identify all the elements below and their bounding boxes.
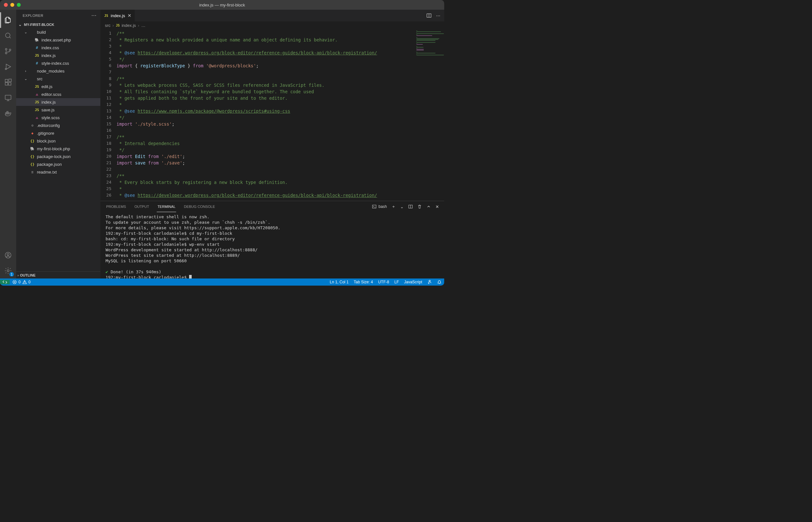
- activity-remote-explorer[interactable]: [0, 90, 16, 105]
- line-numbers: 1234567891011121314151617181920212223242…: [100, 29, 117, 201]
- chevron-right-icon: ›: [138, 23, 139, 28]
- json-icon: {}: [30, 155, 35, 159]
- close-panel-button[interactable]: ✕: [435, 204, 439, 209]
- status-encoding[interactable]: UTF-8: [375, 280, 392, 284]
- minimap[interactable]: [415, 29, 444, 201]
- editor-more-button[interactable]: ⋯: [436, 13, 440, 18]
- maximize-panel-button[interactable]: [426, 204, 431, 209]
- tree-file[interactable]: ஃstyle.scss: [16, 114, 100, 121]
- js-icon: JS: [116, 24, 120, 27]
- json-icon: {}: [30, 139, 35, 143]
- tree-file[interactable]: 🐘index.asset.php: [16, 36, 100, 44]
- panel-tab-terminal[interactable]: TERMINAL: [157, 201, 176, 212]
- tree-folder[interactable]: ›node_modules: [16, 67, 100, 75]
- tree-file[interactable]: #index.css: [16, 44, 100, 52]
- tree-item-label: .gitignore: [37, 131, 54, 136]
- status-feedback[interactable]: [425, 280, 434, 284]
- window-title: index.js — my-first-block: [0, 3, 444, 7]
- sidebar-header: EXPLORER ⋯: [16, 10, 100, 21]
- breadcrumb-file[interactable]: index.js: [122, 23, 136, 28]
- tree-file[interactable]: JSindex.js: [16, 52, 100, 59]
- panel-tab-debug[interactable]: DEBUG CONSOLE: [183, 201, 216, 212]
- code-area[interactable]: /** * Registers a new block provided a u…: [117, 29, 415, 201]
- terminal-icon: [372, 204, 377, 209]
- terminal-shell-selector[interactable]: bash: [372, 204, 387, 209]
- chevron-up-icon: [426, 204, 431, 209]
- tree-item-label: readme.txt: [37, 170, 57, 175]
- tree-file[interactable]: ஃeditor.scss: [16, 91, 100, 98]
- tree-folder[interactable]: ⌄build: [16, 28, 100, 36]
- breadcrumb[interactable]: src › JS index.js › …: [100, 21, 444, 29]
- tree-file[interactable]: 🐘my-first-block.php: [16, 145, 100, 153]
- svg-point-2: [5, 53, 7, 54]
- split-editor-button[interactable]: [426, 13, 431, 18]
- outline-section[interactable]: › OUTLINE: [16, 272, 100, 279]
- tree-file[interactable]: {}package-lock.json: [16, 153, 100, 160]
- activity-explorer[interactable]: [0, 12, 16, 28]
- tab-close-button[interactable]: ✕: [127, 13, 131, 18]
- status-notifications[interactable]: [434, 280, 444, 284]
- terminal-dropdown-button[interactable]: ⌄: [400, 204, 404, 209]
- kill-terminal-button[interactable]: [417, 204, 422, 209]
- sidebar-more-button[interactable]: ⋯: [91, 12, 97, 18]
- js-icon: JS: [104, 14, 108, 18]
- panel-tab-problems[interactable]: PROBLEMS: [105, 201, 127, 212]
- tree-file[interactable]: {}package.json: [16, 160, 100, 168]
- tree-file[interactable]: ⚙.editorconfig: [16, 121, 100, 129]
- activity-settings[interactable]: 1: [0, 263, 16, 279]
- status-language[interactable]: JavaScript: [402, 280, 425, 284]
- tree-file[interactable]: JSindex.js: [16, 98, 100, 106]
- breadcrumb-symbol[interactable]: …: [141, 23, 145, 28]
- js-icon: JS: [34, 100, 40, 104]
- window-minimize-button[interactable]: [11, 3, 14, 7]
- status-errors[interactable]: 0 0: [10, 280, 33, 284]
- chevron-right-icon: ›: [18, 273, 19, 277]
- status-cursor-position[interactable]: Ln 1, Col 1: [327, 280, 351, 284]
- window-close-button[interactable]: [4, 3, 8, 7]
- tree-file[interactable]: #style-index.css: [16, 59, 100, 67]
- panel-tab-output[interactable]: OUTPUT: [134, 201, 149, 212]
- project-root[interactable]: ⌄ MY-FIRST-BLOCK: [16, 21, 100, 28]
- terminal-output[interactable]: The default interactive shell is now zsh…: [100, 212, 444, 279]
- tree-item-label: block.json: [37, 139, 56, 143]
- php-icon: 🐘: [34, 38, 40, 42]
- js-icon: JS: [34, 108, 40, 112]
- activity-accounts[interactable]: [0, 247, 16, 263]
- tree-item-label: src: [37, 76, 42, 81]
- split-icon: [426, 13, 431, 18]
- tree-folder[interactable]: ⌄src: [16, 75, 100, 83]
- activity-search[interactable]: [0, 28, 16, 43]
- tree-file[interactable]: JSedit.js: [16, 83, 100, 91]
- status-indentation[interactable]: Tab Size: 4: [351, 280, 375, 284]
- status-eol[interactable]: LF: [392, 280, 402, 284]
- extensions-icon: [4, 78, 12, 86]
- sidebar: EXPLORER ⋯ ⌄ MY-FIRST-BLOCK ⌄build🐘index…: [16, 10, 100, 279]
- project-name: MY-FIRST-BLOCK: [24, 23, 54, 26]
- activity-source-control[interactable]: [0, 43, 16, 59]
- tree-file[interactable]: ◆.gitignore: [16, 129, 100, 137]
- panel-actions: bash ＋ ⌄ ✕: [372, 204, 439, 209]
- split-terminal-button[interactable]: [408, 204, 413, 209]
- editor-body[interactable]: 1234567891011121314151617181920212223242…: [100, 29, 444, 201]
- breadcrumb-folder[interactable]: src: [105, 23, 110, 28]
- tree-file[interactable]: JSsave.js: [16, 106, 100, 114]
- activity-run-debug[interactable]: [0, 59, 16, 75]
- php-icon: 🐘: [30, 147, 35, 151]
- window-maximize-button[interactable]: [17, 3, 21, 7]
- tree-item-label: .editorconfig: [37, 123, 60, 128]
- activity-extensions[interactable]: [0, 75, 16, 90]
- tree-file[interactable]: {}block.json: [16, 137, 100, 145]
- titlebar: index.js — my-first-block: [0, 0, 444, 10]
- new-terminal-button[interactable]: ＋: [391, 204, 395, 209]
- svg-rect-13: [7, 112, 8, 113]
- status-remote[interactable]: [0, 280, 10, 284]
- search-icon: [4, 32, 12, 40]
- svg-rect-8: [9, 79, 11, 82]
- tree-file[interactable]: ≡readme.txt: [16, 168, 100, 176]
- tree-item-label: style-index.css: [41, 61, 69, 66]
- chevron-down-icon: ⌄: [23, 77, 28, 81]
- svg-rect-9: [5, 95, 11, 99]
- activity-docker[interactable]: [0, 105, 16, 121]
- tab-index-js[interactable]: JS index.js ✕: [100, 10, 135, 21]
- chevron-down-icon: ⌄: [23, 30, 28, 34]
